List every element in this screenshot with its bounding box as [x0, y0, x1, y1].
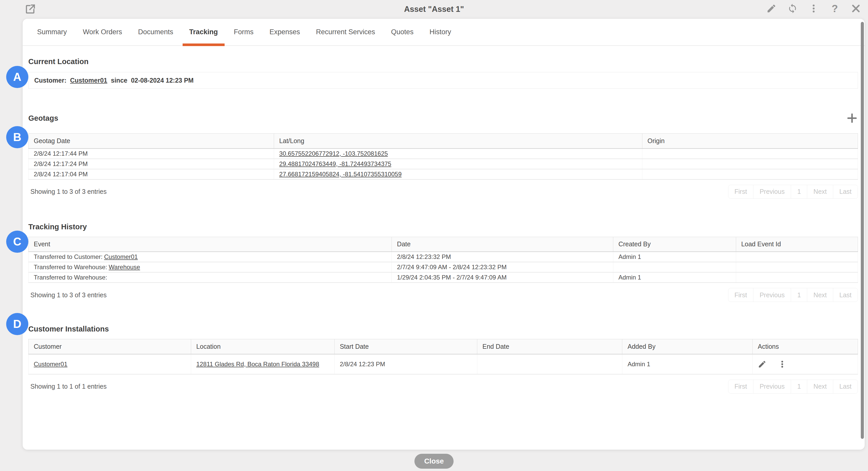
current-location-customer-link[interactable]: Customer01	[70, 77, 107, 84]
tab-work-orders[interactable]: Work Orders	[76, 19, 129, 45]
tab-expenses[interactable]: Expenses	[263, 19, 307, 45]
installation-end-date	[477, 354, 622, 374]
pagination-previous[interactable]: Previous	[753, 380, 791, 393]
current-location-datetime: 02-08-2024 12:23 PM	[131, 77, 193, 84]
tracking-history-pagination: First Previous 1 Next Last	[728, 288, 858, 302]
event-load-id	[736, 252, 858, 262]
geotag-latlong-link[interactable]: 30.657552206772912, -103.752081625	[279, 150, 388, 157]
current-location-row: Customer: Customer01 since 02-08-2024 12…	[28, 72, 858, 89]
pagination-previous[interactable]: Previous	[753, 288, 791, 302]
ci-col-customer: Customer	[29, 339, 191, 354]
asset-dialog: Summary Work Orders Documents Tracking F…	[23, 19, 865, 450]
pagination-first[interactable]: First	[728, 288, 753, 302]
close-button[interactable]: Close	[414, 454, 454, 469]
geotags-col-latlong: Lat/Long	[274, 134, 642, 148]
geotag-latlong-link[interactable]: 29.48817024763449, -81.724493734375	[279, 160, 391, 167]
customer-installations-pagination: First Previous 1 Next Last	[728, 380, 858, 394]
installation-kebab-menu-icon[interactable]	[778, 360, 786, 369]
event-warehouse-link[interactable]: Warehouse	[109, 264, 140, 270]
tab-bar: Summary Work Orders Documents Tracking F…	[23, 19, 865, 46]
event-load-id	[736, 262, 858, 272]
customer-installations-showing-entries: Showing 1 to 1 of 1 entries	[28, 383, 106, 390]
pagination-first[interactable]: First	[728, 185, 753, 198]
event-customer-link[interactable]: Customer01	[104, 253, 138, 260]
geotag-origin	[642, 159, 858, 169]
ci-col-location: Location	[191, 339, 335, 354]
open-in-new-window-icon[interactable]	[25, 3, 36, 15]
geotags-showing-entries: Showing 1 to 3 of 3 entries	[28, 188, 106, 195]
th-col-created-by: Created By	[613, 237, 736, 252]
table-row: Transferred to Warehouse:Warehouse 2/7/2…	[29, 262, 858, 272]
current-location-title: Current Location	[28, 57, 858, 66]
tab-recurrent-services[interactable]: Recurrent Services	[309, 19, 382, 45]
event-date: 1/29/24 2:04:35 PM - 2/7/24 9:47:09 AM	[392, 272, 613, 282]
edit-installation-icon[interactable]	[758, 360, 767, 369]
event-date: 2/7/24 9:47:09 AM - 2/8/24 12:23:32 PM	[392, 262, 613, 272]
table-row: 2/8/24 12:17:44 PM 30.657552206772912, -…	[29, 148, 858, 159]
event-created-by	[613, 262, 736, 272]
installation-added-by: Admin 1	[622, 354, 753, 374]
tab-quotes[interactable]: Quotes	[384, 19, 420, 45]
page-title: Asset "Asset 1"	[404, 5, 464, 14]
tracking-history-table: Event Date Created By Load Event Id Tran…	[28, 237, 858, 283]
installation-start-date: 2/8/24 12:23 PM	[335, 354, 477, 374]
ci-col-added-by: Added By	[622, 339, 753, 354]
refresh-icon[interactable]	[786, 3, 799, 14]
pagination-next[interactable]: Next	[807, 185, 833, 198]
pagination-last[interactable]: Last	[833, 380, 858, 393]
kebab-menu-icon[interactable]	[808, 3, 819, 14]
pagination-page-1[interactable]: 1	[791, 185, 807, 198]
event-text: Transferred to Customer:	[34, 253, 102, 260]
tracking-history-showing-entries: Showing 1 to 3 of 3 entries	[28, 291, 106, 299]
geotags-title: Geotags	[28, 114, 58, 123]
ci-col-start-date: Start Date	[335, 339, 477, 354]
geotag-date: 2/8/24 12:17:24 PM	[29, 159, 274, 169]
close-window-icon[interactable]	[850, 3, 862, 14]
event-date: 2/8/24 12:23:32 PM	[392, 252, 613, 262]
table-row: Transferred to Customer:Customer01 2/8/2…	[29, 252, 858, 262]
geotags-table: Geotag Date Lat/Long Origin 2/8/24 12:17…	[28, 133, 858, 180]
pagination-next[interactable]: Next	[807, 288, 833, 302]
current-location-since: since	[111, 77, 127, 84]
help-icon[interactable]: ?	[829, 3, 841, 14]
table-row: Customer01 12811 Glades Rd, Boca Raton F…	[29, 354, 858, 374]
event-load-id	[736, 272, 858, 282]
geotags-col-date: Geotag Date	[29, 134, 274, 148]
th-col-date: Date	[392, 237, 613, 252]
pagination-first[interactable]: First	[728, 380, 753, 393]
pagination-last[interactable]: Last	[833, 185, 858, 198]
event-text: Transferred to Warehouse:	[34, 264, 107, 270]
tab-tracking[interactable]: Tracking	[183, 19, 225, 45]
pagination-next[interactable]: Next	[807, 380, 833, 393]
tab-documents[interactable]: Documents	[131, 19, 180, 45]
geotag-origin	[642, 148, 858, 159]
customer-installations-table: Customer Location Start Date End Date Ad…	[28, 339, 858, 374]
add-geotag-icon[interactable]	[846, 112, 858, 124]
tab-summary[interactable]: Summary	[30, 19, 74, 45]
geotags-pagination: First Previous 1 Next Last	[728, 185, 858, 199]
pagination-page-1[interactable]: 1	[791, 380, 807, 393]
table-row: Transferred to Warehouse: 1/29/24 2:04:3…	[29, 272, 858, 282]
installation-location-link[interactable]: 12811 Glades Rd, Boca Raton Florida 3349…	[196, 361, 319, 368]
geotags-header: Geotags	[28, 112, 858, 124]
tracking-history-header: Tracking History	[28, 223, 858, 231]
tab-history[interactable]: History	[423, 19, 458, 45]
scrollbar-thumb[interactable]	[861, 22, 864, 439]
pagination-last[interactable]: Last	[833, 288, 858, 302]
installation-customer-link[interactable]: Customer01	[34, 361, 67, 368]
th-col-load-event-id: Load Event Id	[736, 237, 858, 252]
table-row: 2/8/24 12:17:04 PM 27.668172159405824, -…	[29, 169, 858, 179]
tab-forms[interactable]: Forms	[227, 19, 260, 45]
current-location-label: Customer:	[34, 77, 66, 84]
ci-col-end-date: End Date	[477, 339, 622, 354]
pagination-page-1[interactable]: 1	[791, 288, 807, 302]
customer-installations-title: Customer Installations	[28, 325, 109, 333]
geotag-latlong-link[interactable]: 27.668172159405824, -81.54107355310059	[279, 171, 402, 177]
pagination-previous[interactable]: Previous	[753, 185, 791, 198]
event-created-by: Admin 1	[613, 252, 736, 262]
event-text: Transferred to Warehouse:	[34, 274, 107, 281]
geotag-origin	[642, 169, 858, 179]
geotags-col-origin: Origin	[642, 134, 858, 148]
th-col-event: Event	[29, 237, 392, 252]
edit-icon[interactable]	[766, 3, 777, 14]
